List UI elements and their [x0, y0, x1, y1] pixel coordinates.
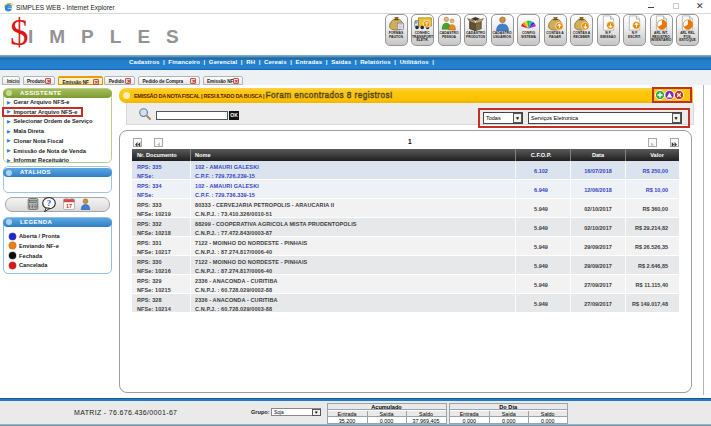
- svg-text:?: ?: [46, 198, 50, 208]
- svg-text:17: 17: [66, 203, 72, 209]
